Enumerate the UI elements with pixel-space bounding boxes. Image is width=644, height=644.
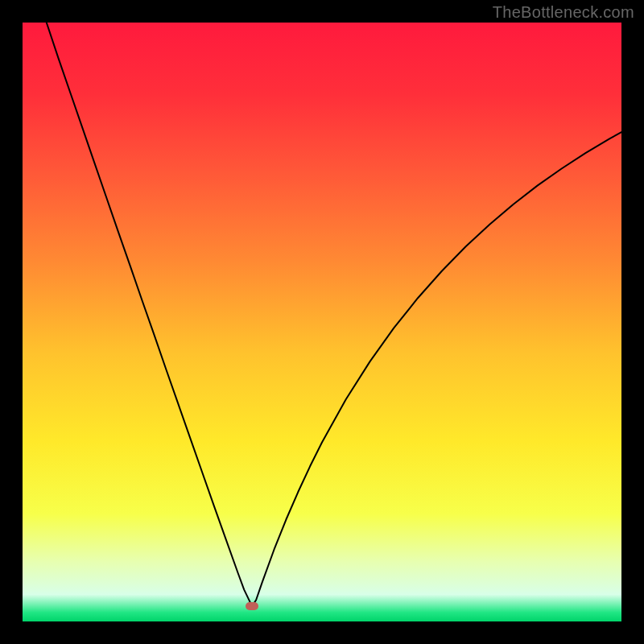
stage: TheBottleneck.com: [0, 0, 644, 644]
minimum-marker: [246, 602, 258, 610]
watermark-text: TheBottleneck.com: [493, 3, 634, 22]
background-gradient: [23, 23, 621, 621]
svg-rect-0: [23, 23, 621, 621]
plot-area: [23, 23, 621, 621]
